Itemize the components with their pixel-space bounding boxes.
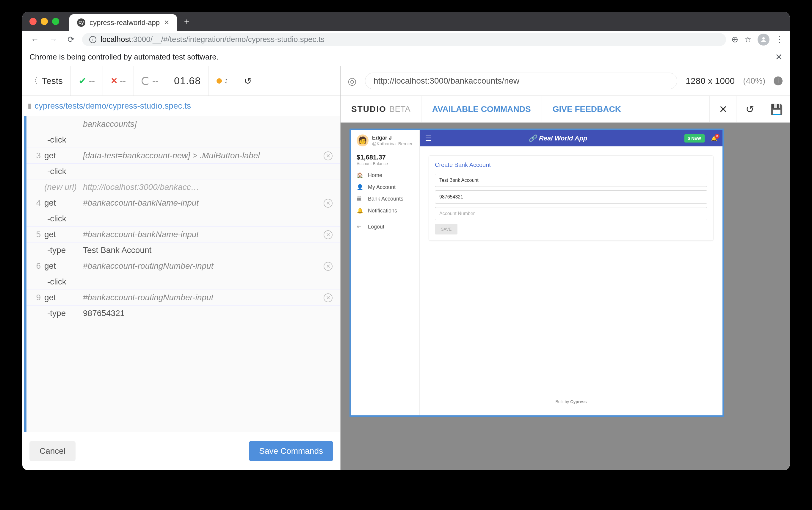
menu-icon[interactable]: ⋮ xyxy=(775,34,784,44)
command-row[interactable]: -typeTest Bank Account xyxy=(27,243,340,258)
updown-arrow-icon: ↕ xyxy=(224,76,228,85)
selector-playground-icon[interactable]: ◎ xyxy=(348,75,357,87)
browser-tab[interactable]: cy cypress-realworld-app ✕ xyxy=(69,14,177,31)
built-by: Built by Cypress xyxy=(429,397,714,406)
command-row[interactable]: -click xyxy=(27,211,340,227)
reload-button[interactable]: ⟳ xyxy=(65,33,77,46)
command-arg: bankaccounts] xyxy=(83,119,324,129)
studio-close-button[interactable]: ✕ xyxy=(710,96,736,122)
command-row[interactable]: 9get#bankaccount-routingNumber-input✕ xyxy=(27,290,340,306)
cancel-button[interactable]: Cancel xyxy=(29,441,76,461)
infobar-close-icon[interactable]: ✕ xyxy=(775,52,783,62)
nav-my-account[interactable]: 👤My Account xyxy=(357,184,414,191)
menu-icon[interactable]: ☰ xyxy=(425,134,431,143)
zoom-icon[interactable]: ⊕ xyxy=(731,34,738,44)
window-close-button[interactable] xyxy=(29,18,37,25)
automation-infobar: Chrome is being controlled by automated … xyxy=(22,48,790,66)
command-name: -click xyxy=(44,214,83,223)
command-row[interactable]: -click xyxy=(27,164,340,179)
infobar-text: Chrome is being controlled by automated … xyxy=(29,52,219,62)
command-row[interactable]: 4get#bankaccount-bankName-input✕ xyxy=(27,195,340,211)
svg-point-0 xyxy=(762,37,765,39)
bank-name-input[interactable] xyxy=(435,174,707,187)
command-row[interactable]: 5get#bankaccount-bankName-input✕ xyxy=(27,227,340,243)
command-log-panel: 〈 Tests ✔ -- ✕ -- -- 01.68 xyxy=(22,66,340,470)
studio-restart-button[interactable]: ↺ xyxy=(736,96,763,122)
command-arg: Test Bank Account xyxy=(83,246,324,255)
app-sidebar: 🧑 Edgar J @Katharina_Bernier $1,681.37 A… xyxy=(351,130,420,415)
command-arg: [data-test=bankaccount-new] > .MuiButton… xyxy=(83,151,324,160)
toolbar-right: ⊕ ☆ ⋮ xyxy=(731,34,784,46)
spec-file-link[interactable]: ▮ cypress/tests/demo/cypress-studio.spec… xyxy=(22,96,340,116)
bank-icon: 🏛 xyxy=(357,196,363,202)
create-bank-account-card: Create Bank Account SAVE xyxy=(429,155,714,241)
command-row[interactable]: -type987654321 xyxy=(27,306,340,321)
command-row[interactable]: 6get#bankaccount-routingNumber-input✕ xyxy=(27,258,340,274)
give-feedback-link[interactable]: GIVE FEEDBACK xyxy=(542,96,632,122)
titlebar: cy cypress-realworld-app ✕ ＋ xyxy=(22,12,790,31)
command-name: get xyxy=(44,230,83,239)
aut-header: ◎ http://localhost:3000/bankaccounts/new… xyxy=(340,66,790,96)
delete-command-icon[interactable]: ✕ xyxy=(324,230,333,239)
command-list[interactable]: bankaccounts]-click3get[data-test=bankac… xyxy=(24,116,340,432)
auto-scroll-toggle[interactable]: ↕ xyxy=(209,66,236,95)
command-name: get xyxy=(44,198,83,208)
studio-save-button[interactable]: 💾 xyxy=(763,96,790,122)
restart-button[interactable]: ↺ xyxy=(236,66,260,95)
save-commands-button[interactable]: Save Commands xyxy=(249,441,333,461)
pending-count: -- xyxy=(134,66,166,95)
bell-icon: 🔔 xyxy=(357,207,363,214)
balance-amount: $1,681.37 xyxy=(357,153,414,161)
window-minimize-button[interactable] xyxy=(41,18,48,25)
account-number-input[interactable] xyxy=(435,207,707,220)
routing-number-input[interactable] xyxy=(435,191,707,203)
pass-count: ✔ -- xyxy=(71,66,103,95)
browser-window: cy cypress-realworld-app ✕ ＋ ← → ⟳ i loc… xyxy=(22,12,790,470)
site-info-icon[interactable]: i xyxy=(89,36,96,43)
new-tab-button[interactable]: ＋ xyxy=(182,16,191,28)
command-row[interactable]: (new url)http://localhost:3000/bankacc… xyxy=(27,179,340,195)
url-input[interactable]: i localhost:3000/__/#/tests/integration/… xyxy=(82,33,726,46)
viewport-scale: (40%) xyxy=(743,76,765,86)
command-name: get xyxy=(44,151,83,160)
new-transaction-button[interactable]: $NEW xyxy=(684,134,704,143)
nav-home[interactable]: 🏠Home xyxy=(357,172,414,178)
check-icon: ✔ xyxy=(79,75,87,87)
command-arg: http://localhost:3000/bankacc… xyxy=(83,182,324,192)
command-row[interactable]: bankaccounts] xyxy=(27,116,340,132)
home-icon: 🏠 xyxy=(357,172,363,178)
aut-url[interactable]: http://localhost:3000/bankaccounts/new xyxy=(365,73,677,89)
studio-label: STUDIO BETA xyxy=(340,96,421,122)
profile-icon[interactable] xyxy=(758,34,770,46)
viewport-info-icon[interactable]: i xyxy=(774,77,783,85)
command-row[interactable]: 3get[data-test=bankaccount-new] > .MuiBu… xyxy=(27,148,340,164)
bookmark-icon[interactable]: ☆ xyxy=(744,34,752,44)
notifications-button[interactable]: 🔔 8 xyxy=(711,136,717,141)
delete-command-icon[interactable]: ✕ xyxy=(324,293,333,302)
user-name: Edgar J xyxy=(372,135,413,141)
nav-notifications[interactable]: 🔔Notifications xyxy=(357,207,414,214)
tests-back-button[interactable]: 〈 Tests xyxy=(22,66,71,95)
back-button[interactable]: ← xyxy=(28,34,41,46)
logout-icon: ⇤ xyxy=(357,223,363,230)
save-bank-account-button[interactable]: SAVE xyxy=(435,224,457,234)
command-row[interactable]: -click xyxy=(27,132,340,148)
window-zoom-button[interactable] xyxy=(52,18,59,25)
delete-command-icon[interactable]: ✕ xyxy=(324,262,333,271)
nav-logout[interactable]: ⇤Logout xyxy=(357,223,414,230)
app-nav: 🏠Home 👤My Account 🏛Bank Accounts 🔔Notifi… xyxy=(357,172,414,230)
command-number: 5 xyxy=(27,230,44,239)
delete-command-icon[interactable]: ✕ xyxy=(324,199,333,208)
app-topbar: ☰ 🔗 Real World App $NEW 🔔 8 xyxy=(420,130,722,146)
delete-command-icon[interactable]: ✕ xyxy=(324,151,333,160)
available-commands-link[interactable]: AVAILABLE COMMANDS xyxy=(421,96,542,122)
app-title: 🔗 Real World App xyxy=(436,135,680,142)
nav-bank-accounts[interactable]: 🏛Bank Accounts xyxy=(357,196,414,202)
forward-button[interactable]: → xyxy=(47,34,60,46)
user-handle: @Katharina_Bernier xyxy=(372,141,413,146)
aut-viewport: 🧑 Edgar J @Katharina_Bernier $1,681.37 A… xyxy=(340,122,790,470)
command-arg: #bankaccount-routingNumber-input xyxy=(83,261,324,271)
tab-close-icon[interactable]: ✕ xyxy=(164,19,169,27)
x-icon: ✕ xyxy=(111,76,118,86)
command-row[interactable]: -click xyxy=(27,274,340,290)
